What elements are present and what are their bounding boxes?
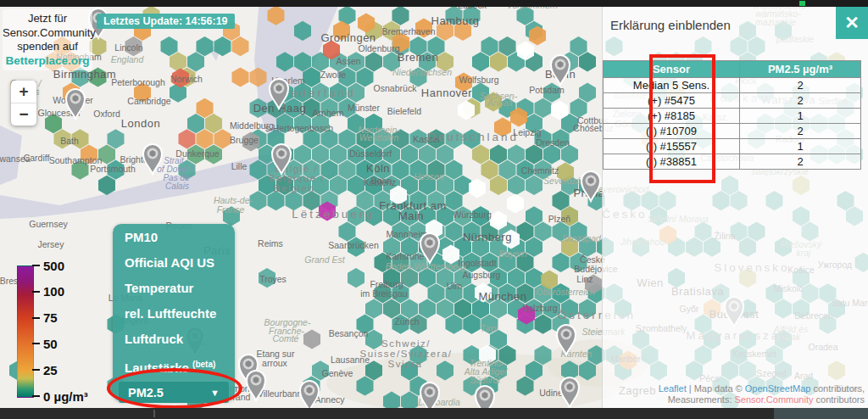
map-hexagon[interactable] bbox=[205, 114, 222, 133]
map-label: Calais bbox=[165, 182, 189, 191]
map-hexagon[interactable] bbox=[339, 129, 356, 148]
map-hexagon[interactable] bbox=[348, 268, 364, 288]
map-hexagon[interactable] bbox=[179, 129, 196, 148]
map-hexagon[interactable] bbox=[553, 253, 570, 272]
map-label: Ulm bbox=[447, 281, 463, 291]
map-hexagon[interactable] bbox=[197, 98, 214, 118]
map-hexagon[interactable] bbox=[454, 299, 471, 318]
map-hexagon[interactable] bbox=[170, 52, 186, 71]
map-hexagon[interactable] bbox=[187, 114, 204, 133]
map-hexagon[interactable] bbox=[535, 221, 552, 241]
map-label: Hessen bbox=[414, 171, 444, 182]
map-hexagon[interactable] bbox=[197, 129, 214, 148]
map-hexagon[interactable] bbox=[330, 176, 347, 195]
map-hexagon[interactable] bbox=[464, 315, 481, 334]
map-hexagon[interactable] bbox=[508, 144, 525, 164]
map-hexagon[interactable] bbox=[526, 176, 542, 195]
map-hexagon[interactable] bbox=[553, 191, 570, 210]
map-hexagon[interactable] bbox=[357, 67, 374, 87]
layer-menu-item[interactable]: Luftdruck bbox=[113, 326, 235, 351]
attribution-text[interactable]: OpenStreetMap bbox=[745, 383, 811, 394]
map-hexagon[interactable] bbox=[161, 36, 178, 56]
map-hexagon[interactable] bbox=[508, 176, 525, 195]
map-label: Leipzig bbox=[513, 127, 541, 137]
map-hexagon[interactable] bbox=[428, 283, 445, 303]
zoom-out-button[interactable]: − bbox=[11, 103, 36, 126]
map-hexagon[interactable] bbox=[472, 144, 489, 164]
betterplace-link[interactable]: Betterplace.org bbox=[3, 54, 92, 69]
attribution-text[interactable]: Leaflet bbox=[659, 383, 687, 394]
color-scale-legend: 5001007550250 µg/m³ bbox=[17, 265, 34, 398]
map-hexagon[interactable] bbox=[303, 329, 320, 349]
close-icon[interactable]: ✕ bbox=[836, 7, 868, 39]
table-row: Median 5 Sens.2 bbox=[604, 78, 861, 93]
map-hexagon[interactable] bbox=[419, 144, 436, 164]
map-hexagon[interactable] bbox=[490, 176, 507, 195]
map-hexagon[interactable] bbox=[490, 144, 507, 164]
map-label: arroux bbox=[262, 358, 288, 368]
map-hexagon[interactable] bbox=[490, 52, 507, 71]
map-hexagon[interactable] bbox=[446, 160, 463, 180]
map-hexagon[interactable] bbox=[481, 36, 498, 56]
map-hexagon[interactable] bbox=[535, 315, 552, 334]
layer-menu-item[interactable]: Temperatur bbox=[113, 275, 235, 300]
map-hexagon[interactable] bbox=[437, 299, 453, 318]
map-hexagon[interactable] bbox=[214, 129, 231, 148]
map-hexagon[interactable] bbox=[365, 52, 382, 71]
map-hexagon[interactable] bbox=[401, 144, 418, 164]
map-hexagon[interactable] bbox=[187, 52, 204, 71]
map-hexagon[interactable] bbox=[570, 36, 587, 56]
map-hexagon[interactable] bbox=[312, 144, 329, 164]
map-hexagon[interactable] bbox=[526, 268, 542, 288]
map-label: Wolfsburg bbox=[459, 75, 498, 85]
map-hexagon[interactable] bbox=[579, 83, 596, 103]
map-hexagon[interactable] bbox=[330, 144, 347, 164]
map-hexagon[interactable] bbox=[348, 176, 364, 195]
map-hexagon[interactable] bbox=[446, 221, 463, 241]
map-hexagon[interactable] bbox=[339, 160, 356, 180]
map-label: Düsseldorf bbox=[349, 148, 392, 159]
map-hexagon[interactable] bbox=[98, 176, 115, 195]
map-hexagon[interactable] bbox=[437, 144, 453, 164]
map-label: Groningen bbox=[320, 31, 376, 44]
legend-tick: 50 bbox=[32, 336, 58, 351]
map-label: Saarbrücken bbox=[328, 240, 379, 250]
map-hexagon[interactable] bbox=[535, 98, 552, 118]
map-hexagon[interactable] bbox=[446, 191, 463, 210]
map-hexagon[interactable] bbox=[268, 191, 285, 210]
map-hexagon[interactable] bbox=[392, 6, 409, 25]
map-hexagon[interactable] bbox=[232, 36, 249, 56]
layer-menu-item-lautstaerke[interactable]: Lautstärke (beta) bbox=[113, 351, 235, 380]
map-hexagon[interactable] bbox=[446, 315, 463, 334]
map-label: Osnabrück bbox=[374, 83, 418, 93]
layer-selected-dropdown[interactable]: PM2.5 ▼ bbox=[119, 382, 229, 403]
map-hexagon[interactable] bbox=[472, 52, 489, 71]
map-hexagon[interactable] bbox=[481, 160, 498, 180]
layer-menu-item[interactable]: PM10 bbox=[113, 224, 235, 249]
map-hexagon[interactable] bbox=[108, 129, 125, 148]
map-hexagon[interactable] bbox=[419, 299, 436, 318]
map-hexagon[interactable] bbox=[232, 67, 249, 87]
tick-mark bbox=[32, 265, 40, 266]
map-label: Reims bbox=[258, 238, 283, 249]
zoom-in-button[interactable]: + bbox=[11, 81, 36, 103]
layer-menu-item[interactable]: Official AQI US bbox=[113, 249, 235, 275]
layer-menu-item[interactable]: rel. Luftfeuchte bbox=[113, 300, 235, 326]
map-hexagon[interactable] bbox=[339, 221, 356, 241]
attribution-text[interactable]: Sensor.Community bbox=[735, 394, 814, 405]
map-hexagon[interactable] bbox=[365, 299, 382, 318]
donation-line: Jetzt für bbox=[3, 12, 92, 26]
map-hexagon[interactable] bbox=[526, 206, 542, 226]
map-hexagon[interactable] bbox=[526, 237, 542, 257]
map-hexagon[interactable] bbox=[197, 36, 214, 56]
table-row: (+) #54752 bbox=[604, 93, 861, 109]
map-hexagon[interactable] bbox=[507, 193, 524, 213]
attribution-text: | Map data © bbox=[687, 383, 745, 394]
map-hexagon[interactable] bbox=[499, 36, 516, 56]
map-label: Grand Est bbox=[304, 254, 345, 265]
map-hexagon[interactable] bbox=[508, 268, 525, 288]
map-hexagon[interactable] bbox=[499, 160, 516, 180]
map-pin[interactable] bbox=[300, 381, 319, 411]
map-hexagon[interactable] bbox=[294, 144, 311, 164]
map-hexagon[interactable] bbox=[579, 52, 596, 71]
